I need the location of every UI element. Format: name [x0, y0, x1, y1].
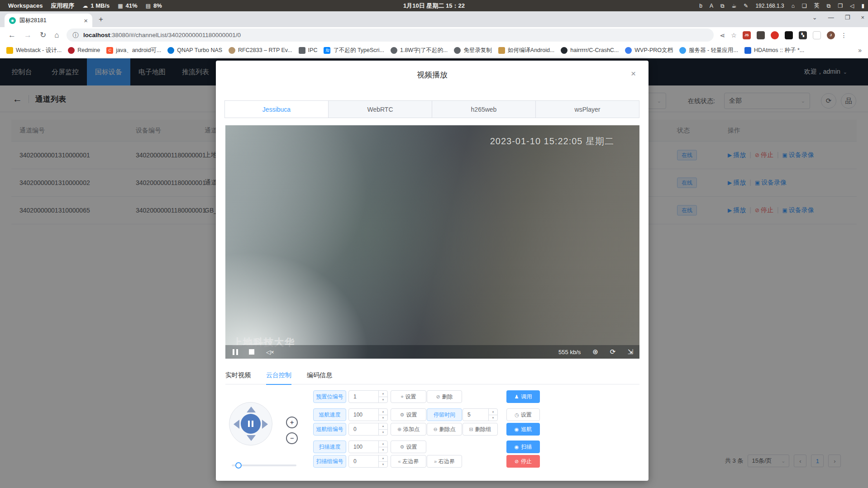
- bookmark-item[interactable]: 1.8W字|了不起的...: [391, 47, 448, 54]
- scan-group-input[interactable]: 0▲▼: [348, 455, 388, 468]
- android-favicon: [498, 47, 505, 54]
- extension-dark-icon[interactable]: [785, 31, 793, 39]
- browser-forward-button[interactable]: →: [24, 31, 32, 40]
- share-icon[interactable]: ⋖: [720, 32, 725, 39]
- extension-js-icon[interactable]: JS: [743, 31, 751, 39]
- preset-number-input[interactable]: 1▲▼: [348, 390, 388, 403]
- tab-codec-info[interactable]: 编码信息: [307, 366, 332, 384]
- bookmark-item[interactable]: WVP-PRO文档: [625, 47, 673, 54]
- ptz-direction-pad[interactable]: [229, 402, 272, 445]
- window-list-icon[interactable]: ⧉: [827, 3, 831, 9]
- scan-start-button[interactable]: ◉扫描: [506, 441, 540, 453]
- ptz-center-pause-button[interactable]: [241, 414, 261, 434]
- ptz-down-icon[interactable]: [247, 435, 256, 441]
- bookmark-star-icon[interactable]: ☆: [731, 32, 737, 39]
- bookmark-item[interactable]: 服务器 - 轻量应用...: [679, 47, 738, 54]
- window-minimize-button[interactable]: —: [828, 14, 834, 21]
- slider-handle[interactable]: [235, 462, 242, 469]
- bookmark-item[interactable]: hairrrrr/C-CrashC...: [561, 47, 619, 54]
- new-tab-button[interactable]: +: [99, 15, 103, 24]
- ptz-up-icon[interactable]: [247, 407, 256, 412]
- tab-live-video[interactable]: 实时视频: [225, 366, 251, 384]
- cruise-speed-input[interactable]: 100▲▼: [348, 408, 388, 421]
- window-restore-button[interactable]: ❐: [845, 14, 850, 21]
- stop-button[interactable]: [249, 349, 254, 355]
- applications-menu[interactable]: 应用程序: [51, 2, 74, 10]
- bookmark-item[interactable]: 免登录复制: [454, 47, 492, 54]
- cruise-delete-group-button[interactable]: ⊟删除组: [463, 423, 498, 436]
- zoom-in-button[interactable]: +: [286, 417, 298, 428]
- tab-jessibuca[interactable]: Jessibuca: [225, 101, 329, 118]
- tab-h265web[interactable]: h265web: [432, 101, 536, 118]
- browser-reload-button[interactable]: ↻: [40, 30, 46, 40]
- cruise-group-input[interactable]: 0▲▼: [348, 423, 388, 436]
- tab-close-icon[interactable]: ×: [84, 17, 88, 24]
- bookmark-item[interactable]: 如何编译Android...: [498, 47, 555, 54]
- preset-delete-button[interactable]: ⊘删除: [427, 390, 462, 403]
- cruise-delete-point-button[interactable]: ⊖删除点: [427, 423, 462, 436]
- scan-left-boundary-button[interactable]: «左边界: [391, 455, 426, 468]
- volume-icon[interactable]: ◁: [850, 3, 854, 9]
- stay-time-input[interactable]: 5▲▼: [463, 408, 498, 421]
- cruise-add-point-button[interactable]: ⊕添加点: [391, 423, 426, 436]
- tab-wsplayer[interactable]: wsPlayer: [536, 101, 639, 118]
- browser-tab[interactable]: ◉ 国标28181 ×: [5, 14, 92, 27]
- media-indicator-icon[interactable]: b: [699, 3, 702, 9]
- bookmark-item[interactable]: Cjava、android可...: [106, 47, 161, 54]
- clipboard-icon[interactable]: ⧉: [720, 3, 725, 9]
- address-bar[interactable]: ⓘ localhost:38080/#/channelList/34020000…: [67, 28, 714, 42]
- rfc-favicon: [229, 47, 235, 54]
- extensions-puzzle-icon[interactable]: ▚: [799, 31, 807, 39]
- zoom-out-button[interactable]: −: [286, 432, 298, 444]
- scan-speed-input[interactable]: 100▲▼: [348, 441, 388, 453]
- bookmark-item[interactable]: QNAP Turbo NAS: [167, 47, 222, 54]
- tab-webrtc[interactable]: WebRTC: [329, 101, 432, 118]
- home-icon[interactable]: ⌂: [792, 3, 795, 9]
- tab-ptz-control[interactable]: 云台控制: [266, 366, 291, 384]
- bookmark-folder[interactable]: IPC: [299, 47, 318, 54]
- ptz-right-icon[interactable]: [262, 420, 268, 429]
- bookmark-item[interactable]: 知了不起的 TypeScri...: [324, 47, 384, 54]
- input-method-icon[interactable]: A: [710, 3, 713, 9]
- preset-call-button[interactable]: ♟调用: [506, 390, 540, 403]
- preset-set-button[interactable]: ⌖设置: [391, 390, 426, 403]
- display-icon[interactable]: ❐: [838, 3, 843, 9]
- fullscreen-icon[interactable]: ⇲: [627, 348, 633, 356]
- ime-language[interactable]: 英: [814, 2, 820, 9]
- pause-button[interactable]: [233, 349, 238, 355]
- tab-search-icon[interactable]: ⌄: [812, 14, 817, 21]
- gear-icon: ⚙: [400, 412, 405, 418]
- window-close-button[interactable]: ×: [861, 14, 864, 21]
- mute-icon[interactable]: ◁×: [266, 349, 274, 355]
- extension-tampermonkey-icon[interactable]: [757, 31, 765, 39]
- system-clock[interactable]: 1月10日 星期二 15：22: [403, 2, 465, 10]
- ptz-speed-slider[interactable]: [232, 464, 296, 466]
- cruise-speed-set-button[interactable]: ⚙设置: [391, 408, 426, 421]
- video-canvas[interactable]: 2023-01-10 15:22:05 星期二 上地科技大华 ◁× 555 kb…: [225, 125, 639, 359]
- dialog-close-icon[interactable]: ×: [631, 69, 636, 79]
- bookmarks-overflow-icon[interactable]: »: [858, 47, 862, 54]
- bookmark-item[interactable]: HDAtmos :: 种子 *...: [744, 47, 804, 54]
- cruise-start-button[interactable]: ◉巡航: [506, 423, 540, 436]
- windows-icon[interactable]: ❏: [802, 3, 807, 9]
- ptz-stop-button[interactable]: ⊘停止: [506, 455, 540, 468]
- bookmark-item[interactable]: Webstack - 设计...: [6, 47, 62, 54]
- site-info-icon[interactable]: ⓘ: [73, 31, 79, 39]
- scan-right-boundary-button[interactable]: »右边界: [427, 455, 462, 468]
- ptz-left-icon[interactable]: [234, 420, 239, 429]
- browser-back-button[interactable]: ←: [8, 31, 16, 40]
- profile-avatar[interactable]: J: [827, 31, 835, 39]
- caffeine-icon[interactable]: ☕: [732, 3, 737, 9]
- scan-speed-set-button[interactable]: ⚙设置: [391, 441, 426, 453]
- stay-time-set-button[interactable]: ◷设置: [506, 408, 540, 421]
- extension-adblock-icon[interactable]: [771, 31, 779, 39]
- screenshot-tool-icon[interactable]: ✎: [744, 3, 748, 9]
- reload-stream-icon[interactable]: ⟳: [610, 348, 616, 356]
- browser-home-button[interactable]: ⌂: [54, 31, 59, 40]
- snapshot-icon[interactable]: ⊛: [592, 348, 598, 356]
- bookmark-item[interactable]: RFC2833 – RTP Ev...: [229, 47, 292, 54]
- browser-menu-icon[interactable]: ⋮: [841, 32, 847, 39]
- workspaces-button[interactable]: Workspaces: [8, 2, 43, 9]
- bookmark-item[interactable]: Redmine: [68, 47, 100, 54]
- extension-page-icon[interactable]: [813, 31, 821, 39]
